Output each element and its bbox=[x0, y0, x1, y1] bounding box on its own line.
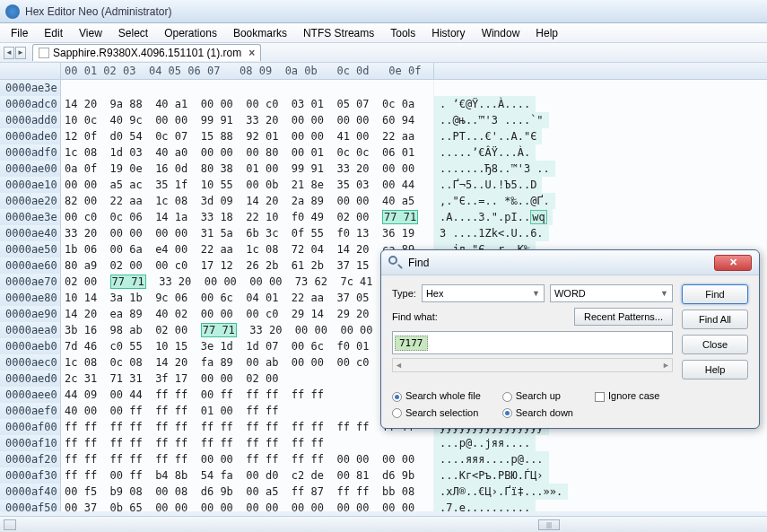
menu-tools[interactable]: Tools bbox=[383, 25, 423, 41]
hex-row[interactable]: 0000ae1000 00 a5 ac 35 1f 10 55 00 0b 21… bbox=[0, 177, 767, 193]
hex-row[interactable]: 0000add010 0c 40 9c 00 00 99 91 33 20 00… bbox=[0, 112, 767, 128]
hex-bytes[interactable]: 7d 46 c0 55 10 15 3e 1d 1d 07 00 6c f0 0… bbox=[61, 338, 434, 354]
search-down-radio[interactable]: Search down bbox=[502, 407, 573, 419]
ascii-cell[interactable]: . ʼ€@Ÿ...À.... bbox=[434, 96, 536, 112]
hex-bytes[interactable]: 14 20 9a 88 40 a1 00 00 00 c0 03 01 05 0… bbox=[61, 96, 434, 112]
help-button[interactable]: Help bbox=[682, 360, 748, 379]
hex-row[interactable]: 0000ae3e00 c0 0c 06 14 1a 33 18 22 10 f0… bbox=[0, 209, 767, 225]
address-cell: 0000ae40 bbox=[0, 225, 61, 241]
menu-edit[interactable]: Edit bbox=[37, 25, 70, 41]
ascii-cell[interactable]: ...р@..јяя.... bbox=[434, 435, 536, 451]
hex-bytes[interactable]: 12 0f d0 54 0c 07 15 88 92 01 00 00 41 0… bbox=[61, 128, 434, 144]
menu-view[interactable]: View bbox=[72, 25, 109, 41]
hex-bytes[interactable]: 44 09 00 44 ff ff 00 ff ff ff ff ff bbox=[61, 387, 434, 403]
tab-close-button[interactable]: × bbox=[248, 47, 255, 59]
address-cell: 0000adf0 bbox=[0, 144, 61, 161]
highlighted-bytes[interactable]: 77 71 bbox=[201, 323, 237, 337]
address-cell: 0000af40 bbox=[0, 484, 61, 500]
hex-bytes[interactable]: ff ff 00 ff b4 8b 54 fa 00 d0 c2 de 00 8… bbox=[61, 467, 434, 484]
hex-bytes[interactable]: 80 a9 02 00 00 c0 17 12 26 2b 61 2b 37 1… bbox=[61, 257, 434, 274]
hex-bytes[interactable]: 3b 16 98 ab 02 00 77 71 33 20 00 00 00 0… bbox=[61, 322, 434, 338]
hex-bytes[interactable]: 1c 08 0c 08 14 20 fa 89 00 ab 00 00 00 c… bbox=[61, 354, 434, 371]
hex-bytes[interactable]: 33 20 00 00 00 00 31 5a 6b 3c 0f 55 f0 1… bbox=[61, 225, 434, 241]
highlighted-bytes[interactable]: 77 71 bbox=[110, 275, 146, 289]
ascii-cell[interactable]: ....яяя....р@... bbox=[434, 451, 549, 467]
hex-bytes[interactable]: 00 37 0b 65 00 00 00 00 00 00 00 00 00 0… bbox=[61, 500, 434, 511]
ascii-cell[interactable]: ..РТ...€'..A."Є bbox=[434, 128, 542, 144]
ascii-cell[interactable]: .А....3.".рI..wq bbox=[434, 209, 553, 225]
ascii-cell[interactable]: ,."Є..=.. *‰..@Ґ. bbox=[434, 193, 555, 209]
ascii-cell[interactable]: .7.e.......... bbox=[434, 500, 536, 511]
hex-row[interactable]: 0000adc014 20 9a 88 40 a1 00 00 00 c0 03… bbox=[0, 96, 767, 112]
scroll-thumb[interactable]: ||| bbox=[538, 519, 560, 530]
hex-bytes[interactable]: 02 00 77 71 33 20 00 00 00 00 73 62 7c 4… bbox=[61, 274, 434, 290]
ascii-cell[interactable]: ..Ґ¬5..U.!Ъ5..D bbox=[434, 177, 542, 193]
nav-forward-button[interactable]: ► bbox=[15, 47, 26, 59]
hex-row[interactable]: 0000af30ff ff 00 ff b4 8b 54 fa 00 d0 c2… bbox=[0, 467, 767, 484]
highlighted-bytes[interactable]: 77 71 bbox=[382, 210, 418, 224]
find-button[interactable]: Find bbox=[682, 284, 748, 304]
scroll-left-button[interactable] bbox=[4, 519, 16, 530]
ascii-cell[interactable]: 3 ....1Zk<.U..6. bbox=[434, 225, 549, 241]
hex-bytes[interactable]: 40 00 00 ff ff ff 01 00 ff ff bbox=[61, 403, 434, 419]
hex-bytes[interactable]: 1b 06 00 6a e4 00 22 aa 1c 08 72 04 14 2… bbox=[61, 241, 434, 257]
menu-bookmarks[interactable]: Bookmarks bbox=[226, 25, 294, 41]
address-cell: 0000ae60 bbox=[0, 257, 61, 274]
menu-file[interactable]: File bbox=[4, 25, 35, 41]
hex-bytes[interactable]: 82 00 22 aa 1c 08 3d 09 14 20 2a 89 00 0… bbox=[61, 193, 434, 209]
menu-help[interactable]: Help bbox=[528, 25, 565, 41]
hex-bytes[interactable]: ff ff ff ff ff ff ff ff ff ff ff ff bbox=[61, 435, 434, 451]
type-select[interactable]: Hex▼ bbox=[422, 284, 545, 302]
hex-row[interactable]: 0000ae2082 00 22 aa 1c 08 3d 09 14 20 2a… bbox=[0, 193, 767, 209]
hex-bytes[interactable]: ff ff ff ff ff ff ff ff ff ff ff ff ff f… bbox=[61, 419, 434, 435]
find-all-button[interactable]: Find All bbox=[682, 310, 748, 329]
ignore-case-checkbox[interactable]: Ignore case bbox=[595, 390, 659, 402]
hex-bytes[interactable]: 0a 0f 19 0e 16 0d 80 38 01 00 99 91 33 2… bbox=[61, 161, 434, 177]
hex-bytes[interactable]: 10 14 3a 1b 9c 06 00 6c 04 01 22 aa 37 0… bbox=[61, 290, 434, 306]
ascii-cell[interactable]: .......Ђ8..™'3 .. bbox=[434, 161, 555, 177]
document-tab[interactable]: Sapphire.R9380X.4096.151101 (1).rom × bbox=[32, 44, 261, 61]
address-cell: 0000af10 bbox=[0, 435, 61, 451]
hex-row[interactable]: 0000ae4033 20 00 00 00 00 31 5a 6b 3c 0f… bbox=[0, 225, 767, 241]
hex-bytes[interactable]: 00 c0 0c 06 14 1a 33 18 22 10 f0 49 02 0… bbox=[61, 209, 434, 225]
close-find-button[interactable]: Close bbox=[682, 335, 748, 354]
hex-bytes[interactable]: 10 0c 40 9c 00 00 99 91 33 20 00 00 00 0… bbox=[61, 112, 434, 128]
hex-bytes[interactable]: 2c 31 71 31 3f 17 00 00 02 00 bbox=[61, 371, 434, 387]
menu-operations[interactable]: Operations bbox=[157, 25, 224, 41]
hex-bytes[interactable]: 00 f5 b9 08 00 08 d6 9b 00 a5 ff 87 ff f… bbox=[61, 484, 434, 500]
ascii-cell[interactable]: ...Кг<Ръ.РВЮ.ЃЦ› bbox=[434, 467, 549, 484]
hex-row[interactable]: 0000af5000 37 0b 65 00 00 00 00 00 00 00… bbox=[0, 500, 767, 511]
ascii-cell[interactable]: .хЛ®..€Ц›.Ґї‡...»». bbox=[434, 484, 568, 500]
hex-row[interactable]: 0000af4000 f5 b9 08 00 08 d6 9b 00 a5 ff… bbox=[0, 484, 767, 500]
nav-back-button[interactable]: ◄ bbox=[4, 47, 14, 59]
hex-row[interactable]: 0000ade012 0f d0 54 0c 07 15 88 92 01 00… bbox=[0, 128, 767, 144]
find-input-value: 7177 bbox=[395, 336, 428, 351]
hex-row[interactable]: 0000adf01c 08 1d 03 40 a0 00 00 00 80 00… bbox=[0, 144, 767, 161]
menu-ntfs-streams[interactable]: NTFS Streams bbox=[296, 25, 381, 41]
find-input[interactable]: 7177 bbox=[392, 331, 673, 354]
hex-bytes[interactable]: 00 00 a5 ac 35 1f 10 55 00 0b 21 8e 35 0… bbox=[61, 177, 434, 193]
search-selection-radio[interactable]: Search selection bbox=[392, 407, 481, 419]
hex-bytes[interactable]: 14 20 ea 89 40 02 00 00 00 c0 29 14 29 2… bbox=[61, 306, 434, 322]
address-cell: 0000aef0 bbox=[0, 403, 61, 419]
menu-select[interactable]: Select bbox=[111, 25, 155, 41]
address-cell: 0000ae10 bbox=[0, 177, 61, 193]
search-up-radio[interactable]: Search up bbox=[502, 390, 573, 402]
hex-row[interactable]: 0000af20ff ff ff ff ff ff 00 00 ff ff ff… bbox=[0, 451, 767, 467]
hex-row[interactable]: 0000ae000a 0f 19 0e 16 0d 80 38 01 00 99… bbox=[0, 161, 767, 177]
address-header bbox=[0, 63, 61, 79]
hex-row[interactable]: 0000af10ff ff ff ff ff ff ff ff ff ff ff… bbox=[0, 435, 767, 451]
ascii-cell[interactable]: .....ʼ€ÂŸ...À. bbox=[434, 144, 536, 161]
ascii-cell[interactable]: ..@њ..™'3 ....`" bbox=[434, 112, 549, 128]
menu-history[interactable]: History bbox=[424, 25, 472, 41]
find-titlebar[interactable]: Find ✕ bbox=[381, 250, 759, 275]
hex-bytes[interactable]: 1c 08 1d 03 40 a0 00 00 00 80 00 01 0c 0… bbox=[61, 144, 434, 161]
hex-bytes[interactable]: ff ff ff ff ff ff 00 00 ff ff ff ff 00 0… bbox=[61, 451, 434, 467]
close-button[interactable]: ✕ bbox=[714, 255, 752, 271]
input-scrollbar[interactable]: ◄► bbox=[392, 358, 673, 372]
horizontal-scrollbar[interactable]: ||| bbox=[0, 516, 767, 532]
menu-window[interactable]: Window bbox=[475, 25, 527, 41]
search-whole-file-radio[interactable]: Search whole file bbox=[392, 390, 481, 402]
word-select[interactable]: WORD▼ bbox=[550, 284, 673, 302]
recent-patterns-button[interactable]: Recent Patterns... bbox=[574, 308, 673, 326]
